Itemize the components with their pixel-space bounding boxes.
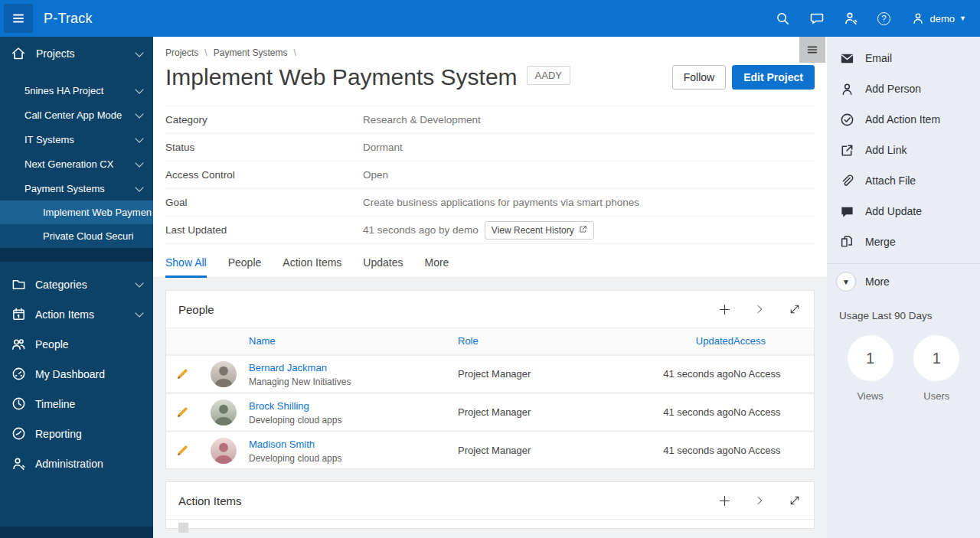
sidebar-item-reporting[interactable]: Reporting — [0, 419, 153, 448]
cards-section: People — [153, 278, 827, 538]
action-add-person[interactable]: Add Person — [827, 73, 980, 104]
sidebar-item-administration[interactable]: Administration — [0, 448, 153, 478]
tab-updates[interactable]: Updates — [363, 256, 403, 277]
avatar — [211, 438, 237, 464]
person-name-link[interactable]: Bernard Jackman — [249, 362, 327, 373]
edit-project-button[interactable]: Edit Project — [732, 65, 815, 90]
usage-stats: 1 Views 1 Users — [827, 335, 980, 402]
edit-pencil-icon[interactable] — [175, 367, 189, 381]
dashboard-gauge-icon — [11, 367, 26, 382]
breadcrumb-item-projects[interactable]: Projects — [165, 47, 198, 58]
sidebar-item-payment-systems[interactable]: Payment Systems — [0, 176, 153, 201]
view-recent-history-button[interactable]: View Recent History — [485, 221, 594, 240]
people-icon — [11, 337, 26, 352]
more-button[interactable]: ▼ More — [827, 264, 980, 299]
person-role: Project Manager — [458, 406, 622, 418]
expand-icon[interactable] — [788, 494, 802, 507]
person-updated: 41 seconds ago — [663, 445, 733, 456]
sidebar-item-implement-web-payments[interactable]: Implement Web Paymen — [0, 201, 153, 224]
usage-views: 1 Views — [848, 335, 893, 402]
person-subtitle: Developing cloud apps — [249, 415, 458, 426]
expand-icon[interactable] — [788, 302, 802, 316]
paperclip-icon — [839, 173, 854, 188]
people-card-header: People — [166, 291, 814, 328]
user-wrench-icon — [11, 456, 26, 471]
person-updated: 41 seconds ago — [663, 406, 733, 418]
tab-people[interactable]: People — [228, 256, 262, 277]
tab-show-all[interactable]: Show All — [165, 256, 207, 277]
person-name-link[interactable]: Madison Smith — [249, 439, 315, 450]
sidebar-item-next-generation-cx[interactable]: Next Generation CX — [0, 152, 153, 176]
avatar — [211, 399, 237, 426]
folder-icon — [11, 277, 26, 292]
tab-more[interactable]: More — [424, 256, 449, 277]
user-wrench-icon[interactable] — [843, 11, 858, 26]
check-circle-icon — [839, 112, 854, 127]
chevron-down-icon[interactable] — [135, 48, 143, 57]
menu-icon[interactable] — [4, 4, 33, 33]
column-header-access[interactable]: Access — [733, 335, 814, 347]
sidebar-item-call-center-app-mode[interactable]: Call Center App Mode — [0, 103, 153, 127]
chevron-right-icon[interactable] — [753, 302, 766, 316]
sidebar-item-5nines-ha-project[interactable]: 5nines HA Project — [0, 78, 153, 103]
add-icon[interactable] — [717, 302, 731, 316]
avatar — [211, 361, 237, 387]
edit-pencil-icon[interactable] — [175, 406, 189, 419]
checkbox[interactable] — [178, 523, 188, 533]
tab-bar: Show All People Action Items Updates Mor… — [153, 256, 827, 278]
help-icon[interactable]: ? — [877, 11, 892, 26]
edit-pencil-icon[interactable] — [175, 444, 189, 458]
person-subtitle: Managing New Initiatives — [249, 377, 458, 387]
column-header-updated[interactable]: Updated — [696, 335, 733, 347]
sidebar-item-action-items[interactable]: Action Items — [0, 299, 153, 329]
sidebar-bottom-list: Categories Action Items People — [0, 269, 153, 478]
action-add-action-item[interactable]: Add Action Item — [827, 104, 980, 135]
sidebar-item-timeline[interactable]: Timeline — [0, 389, 153, 419]
user-menu[interactable]: demo ▼ — [910, 11, 966, 26]
detail-row-category: Category Research & Development — [165, 106, 815, 134]
chevron-down-icon[interactable] — [135, 109, 143, 118]
project-code-badge: AADY — [527, 66, 570, 85]
sidebar-item-it-systems[interactable]: IT Systems — [0, 127, 153, 152]
add-icon[interactable] — [717, 494, 731, 507]
person-subtitle: Developing cloud apps — [249, 453, 458, 464]
people-card: People — [165, 290, 815, 469]
table-row: Brock Shilling Developing cloud apps Pro… — [166, 392, 814, 430]
chevron-down-icon[interactable] — [135, 308, 143, 317]
people-card-title: People — [178, 303, 214, 316]
chevron-down-icon[interactable] — [135, 279, 143, 287]
person-name-link[interactable]: Brock Shilling — [249, 400, 309, 412]
payment-systems-children: Implement Web Paymen Private Cloud Secur… — [0, 201, 153, 262]
chevron-down-icon[interactable] — [135, 85, 143, 93]
chevron-down-icon[interactable] — [135, 134, 143, 142]
follow-button[interactable]: Follow — [672, 65, 726, 90]
sidebar-item-people[interactable]: People — [0, 329, 153, 359]
chat-icon[interactable] — [809, 11, 825, 26]
projects-sub-list: 5nines HA Project Call Center App Mode I… — [0, 78, 153, 201]
sidebar-item-private-cloud-security[interactable]: Private Cloud Securi — [0, 224, 153, 248]
table-row: Bernard Jackman Managing New Initiatives… — [166, 354, 814, 392]
breadcrumb: Projects \ Payment Systems \ — [165, 37, 815, 58]
tab-action-items[interactable]: Action Items — [283, 256, 341, 277]
person-access: No Access — [733, 445, 814, 456]
action-add-update[interactable]: Add Update — [827, 196, 980, 227]
sidebar-item-my-dashboard[interactable]: My Dashboard — [0, 359, 153, 389]
action-merge[interactable]: Merge — [827, 227, 980, 257]
column-header-name[interactable]: Name — [249, 335, 458, 347]
chevron-down-icon[interactable] — [135, 158, 143, 167]
header-buttons: Follow Edit Project — [672, 65, 815, 90]
action-email[interactable]: Email — [827, 43, 980, 73]
action-add-link[interactable]: Add Link — [827, 135, 980, 165]
email-icon — [839, 51, 854, 66]
action-items-card: Action Items — [165, 481, 815, 529]
sidebar-item-projects[interactable]: Projects — [0, 38, 153, 69]
panel-menu-icon[interactable] — [799, 37, 825, 63]
chevron-down-icon[interactable] — [135, 183, 143, 191]
search-icon[interactable] — [776, 11, 791, 26]
column-header-role[interactable]: Role — [458, 335, 622, 347]
breadcrumb-item-payment-systems[interactable]: Payment Systems — [214, 47, 288, 58]
action-attach-file[interactable]: Attach File — [827, 165, 980, 196]
sidebar-item-categories[interactable]: Categories — [0, 269, 153, 299]
app-window: P-Track ? demo ▼ — [0, 0, 980, 538]
chevron-right-icon[interactable] — [753, 494, 766, 507]
